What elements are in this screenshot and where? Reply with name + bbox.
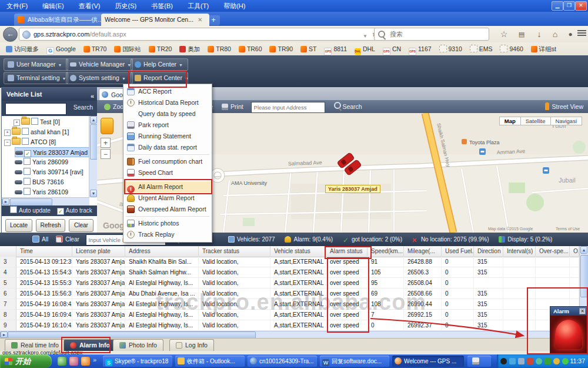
search-input[interactable] bbox=[389, 29, 485, 39]
scroll-up-icon[interactable]: ▲ bbox=[90, 116, 97, 124]
table-row[interactable]: 92015-04-19 16:10:42Yaris 283037 AmjadAl… bbox=[0, 320, 579, 331]
menu-item-historic-photos[interactable]: Historic photos bbox=[123, 218, 212, 229]
tray-icon[interactable] bbox=[527, 358, 533, 364]
map-address-input[interactable] bbox=[251, 102, 325, 113]
url-dropdown-icon[interactable]: ▼ bbox=[363, 31, 368, 41]
menu-edit[interactable]: 编辑(E) bbox=[36, 0, 71, 12]
user-manager-button[interactable]: User Manager▼ bbox=[4, 58, 68, 71]
bookmark[interactable]: GPSCN bbox=[383, 42, 401, 55]
bookmark[interactable]: GPS1167 bbox=[409, 42, 432, 55]
col-direction[interactable]: Direction bbox=[474, 246, 503, 257]
col-license-plate[interactable]: License plate bbox=[72, 246, 125, 257]
bookmark-most-visited[interactable]: 访问最多 bbox=[6, 42, 39, 55]
menu-item-acc-report[interactable]: ACC Report bbox=[123, 86, 212, 97]
home-icon[interactable]: ⌂ bbox=[548, 28, 562, 40]
quicklaunch-icon[interactable] bbox=[58, 357, 66, 366]
close-icon[interactable]: ✕ bbox=[579, 308, 586, 314]
chat-icon[interactable]: ● bbox=[563, 28, 577, 40]
expand-icon[interactable]: + bbox=[4, 130, 11, 136]
bookmark[interactable]: DHLDHL bbox=[355, 42, 375, 55]
clear-list-button[interactable]: Clear bbox=[50, 236, 79, 243]
bookmark[interactable]: TR70 bbox=[83, 42, 107, 55]
taskbar-task-outlook[interactable]: 收件箱 - Outlook... bbox=[175, 356, 245, 367]
checkbox[interactable] bbox=[24, 188, 31, 195]
volume-icon[interactable] bbox=[553, 358, 560, 364]
table-row[interactable]: 82015-04-19 16:09:42Yaris 283037 AmjadAl… bbox=[0, 310, 579, 320]
tree-vertical-scrollbar[interactable]: ▲ ▼ bbox=[89, 116, 98, 197]
tree-horizontal-scrollbar[interactable]: ◄ ► bbox=[2, 197, 89, 206]
scroll-down-icon[interactable]: ▼ bbox=[90, 190, 97, 197]
tray-icon[interactable] bbox=[562, 358, 569, 364]
locate-button[interactable]: Locate bbox=[5, 219, 32, 232]
table-row[interactable]: 62015-04-13 15:56:39Yaris 283037 AmjadAb… bbox=[0, 289, 579, 299]
scroll-right-icon[interactable]: ► bbox=[1, 331, 8, 338]
downloads-icon[interactable]: ↓ bbox=[532, 28, 546, 40]
col-speed[interactable]: Speed(km... bbox=[368, 246, 404, 257]
checkbox[interactable] bbox=[24, 178, 31, 185]
map-type-satellite[interactable]: Satellite bbox=[520, 117, 551, 125]
tree-vehicle[interactable]: Yaris 286109 bbox=[15, 187, 92, 197]
menu-item-all-alarm-report[interactable]: !All Alarm Report bbox=[123, 181, 212, 193]
checkbox[interactable] bbox=[22, 138, 29, 145]
menu-item-overspeed-alarm[interactable]: Overspeed Alarm Report bbox=[123, 204, 212, 215]
table-row[interactable]: 72015-04-19 16:08:42Yaris 283037 AmjadAl… bbox=[0, 299, 579, 310]
window-restore-button[interactable]: ❐ bbox=[563, 1, 575, 11]
vehicle-search-button[interactable]: Search bbox=[74, 104, 93, 111]
checkbox[interactable] bbox=[31, 118, 38, 125]
bookmark-google[interactable]: GGoogle bbox=[46, 42, 76, 55]
scroll-up-icon[interactable]: ▲ bbox=[580, 246, 587, 254]
col-rownum[interactable] bbox=[0, 246, 16, 257]
refresh-button[interactable]: Refresh bbox=[36, 219, 65, 232]
start-button[interactable]: 开始 bbox=[0, 354, 52, 368]
collapse-icon[interactable]: − bbox=[4, 140, 11, 146]
bookmark[interactable]: 9310 bbox=[439, 42, 462, 55]
tab-log-info[interactable]: Log Info bbox=[169, 339, 214, 351]
tray-icon[interactable] bbox=[509, 358, 516, 364]
tab-photo-info[interactable]: Photo Info bbox=[113, 339, 163, 351]
checkbox[interactable] bbox=[24, 158, 31, 165]
bookmark[interactable]: 国际站 bbox=[114, 42, 141, 55]
all-button[interactable]: All bbox=[0, 236, 48, 243]
pegman-route-icon[interactable] bbox=[101, 118, 113, 134]
back-button[interactable]: ← bbox=[3, 27, 18, 42]
menu-bookmarks[interactable]: 书签(B) bbox=[145, 0, 179, 12]
bookmark[interactable]: 详细st bbox=[531, 42, 556, 55]
taskbar-task-skype[interactable]: SSkype® - trackpro18 bbox=[103, 356, 172, 367]
col-vehicle-status[interactable]: Vehicle status bbox=[270, 246, 326, 257]
map-type-map[interactable]: Map bbox=[499, 117, 521, 125]
tree-vehicle[interactable]: Yaris 286099 bbox=[15, 157, 92, 167]
scroll-right-icon[interactable]: ► bbox=[2, 198, 9, 205]
scroll-thumb[interactable] bbox=[580, 255, 588, 297]
vehicle-manager-button[interactable]: Vehicle Manager▼ bbox=[66, 58, 133, 71]
menu-item-fuel-chart[interactable]: Fuel consumption chart bbox=[123, 156, 212, 167]
quicklaunch-icon[interactable] bbox=[69, 357, 78, 366]
col-extra[interactable]: O... bbox=[570, 246, 579, 257]
tree-vehicle-selected[interactable]: ✓Yaris 283037 Amjad bbox=[15, 147, 92, 157]
vehicle-map-label[interactable]: Yaris 283037 Amjad bbox=[325, 185, 380, 193]
tray-icon[interactable] bbox=[536, 358, 542, 364]
report-center-button[interactable]: Report Center▼ bbox=[131, 72, 188, 84]
menu-item-historical-data[interactable]: Historical Data Report bbox=[123, 97, 212, 108]
col-mileage[interactable]: Mileage(... bbox=[404, 246, 442, 257]
menu-help[interactable]: 帮助(H) bbox=[217, 0, 252, 12]
tab-alibaba[interactable]: Alibaba制造商目录——供...✕ bbox=[14, 14, 105, 26]
auto-track-checkbox[interactable]: ✓ bbox=[57, 208, 64, 215]
map-type-navigasi[interactable]: Navigasi bbox=[550, 117, 582, 125]
menu-view[interactable]: 查看(V) bbox=[72, 0, 107, 12]
taskbar-language-button[interactable] bbox=[467, 356, 491, 367]
window-close-button[interactable]: ✕ bbox=[575, 1, 587, 11]
auto-update-checkbox[interactable] bbox=[10, 206, 17, 213]
bookmark[interactable]: GPS8811 bbox=[324, 42, 347, 55]
table-row[interactable]: 52015-04-13 15:55:39Yaris 283037 AmjadAl… bbox=[0, 278, 579, 289]
menu-item-query-by-speed[interactable]: Query data by speed bbox=[123, 108, 212, 120]
star-icon[interactable]: ☆ bbox=[497, 28, 511, 40]
checkbox[interactable] bbox=[24, 168, 31, 175]
col-interval[interactable]: Interval(s) bbox=[503, 246, 536, 257]
search-bar[interactable] bbox=[374, 28, 489, 41]
expand-icon[interactable]: + bbox=[14, 120, 20, 126]
checkbox[interactable] bbox=[22, 128, 29, 135]
print-tool[interactable]: Print bbox=[222, 100, 243, 113]
bookmark[interactable]: ST bbox=[300, 42, 316, 55]
col-overspeed[interactable]: Over-spe... bbox=[536, 246, 570, 257]
menu-item-running-statement[interactable]: Running Statement bbox=[123, 131, 212, 142]
